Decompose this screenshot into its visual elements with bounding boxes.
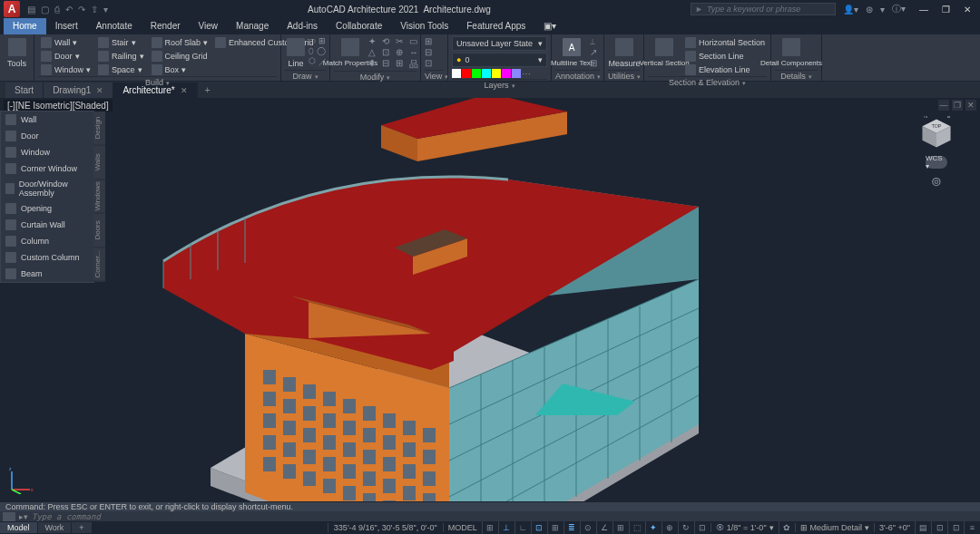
- minimize-button[interactable]: —: [915, 3, 933, 15]
- palette-tab[interactable]: Corner...: [93, 248, 105, 282]
- panel-label-details[interactable]: Details: [775, 70, 818, 81]
- match-properties-button[interactable]: Match Properties: [334, 36, 367, 69]
- palette-item-beam[interactable]: Beam: [1, 266, 93, 282]
- railing-button[interactable]: Railing ▾: [95, 50, 147, 63]
- qs-toggle-icon[interactable]: ⬚: [629, 521, 645, 534]
- palette-item-column[interactable]: Column: [1, 233, 93, 249]
- layer-color-swatch[interactable]: [482, 69, 491, 78]
- modify-tool-icon[interactable]: △: [368, 47, 381, 57]
- close-button[interactable]: ✕: [958, 3, 976, 15]
- panel-label-inquiry[interactable]: Utilities: [608, 70, 640, 81]
- palette-item-wall[interactable]: Wall: [1, 112, 93, 128]
- drawing-viewport[interactable]: [-][NE Isometric][Shaded] — ❐ ✕: [0, 98, 980, 501]
- space-toggle[interactable]: MODEL: [443, 523, 482, 532]
- panel-label-layers[interactable]: Layers: [452, 79, 547, 90]
- ribbon-themes-icon[interactable]: ▣▾: [534, 18, 565, 34]
- transparency-toggle-icon[interactable]: ∠: [596, 521, 612, 534]
- tab-manage[interactable]: Manage: [227, 18, 278, 34]
- vertical-section-button[interactable]: Vertical Section: [648, 36, 681, 69]
- modify-tool-icon[interactable]: ⊕: [396, 47, 408, 57]
- tab-home[interactable]: Home: [4, 18, 46, 34]
- qat-undo-icon[interactable]: ↶: [65, 5, 73, 15]
- layer-color-swatch[interactable]: [472, 69, 481, 78]
- panel-label-modify[interactable]: Modify: [334, 71, 416, 82]
- palette-item-window[interactable]: Window: [1, 144, 93, 160]
- draw-tool-icon[interactable]: ⊞: [318, 36, 326, 46]
- sc-toggle-icon[interactable]: ⊞: [612, 521, 629, 534]
- 3dosnap-toggle-icon[interactable]: ⊡: [694, 521, 710, 534]
- draw-tool-icon[interactable]: ⬡: [309, 56, 316, 68]
- iso-icon[interactable]: ⊡: [947, 521, 964, 534]
- panel-label-build[interactable]: Build: [38, 76, 277, 87]
- tool-palette[interactable]: TOOL PALETTES - DESIGN Wall Door Window …: [0, 111, 94, 283]
- palette-tab[interactable]: Walls: [93, 146, 105, 180]
- panel-label-draw[interactable]: Draw: [285, 70, 326, 81]
- qat-new-icon[interactable]: ▤: [27, 5, 35, 15]
- ortho-toggle-icon[interactable]: ∟: [514, 521, 531, 534]
- annot-tool-icon[interactable]: ⟂: [590, 36, 597, 46]
- qat-share-icon[interactable]: ⇪: [91, 5, 98, 15]
- tab-view[interactable]: View: [190, 18, 228, 34]
- window-button[interactable]: Window ▾: [38, 63, 93, 76]
- draw-tool-icon[interactable]: ⬯: [309, 46, 314, 56]
- viewcube[interactable]: TOP N E: [916, 116, 956, 150]
- layer-dropdown[interactable]: ●0▾: [452, 53, 547, 67]
- close-tab-icon[interactable]: ✕: [181, 86, 188, 95]
- view-tool-icon[interactable]: ⊟: [425, 47, 432, 57]
- close-tab-icon[interactable]: ✕: [96, 86, 103, 95]
- wcs-dropdown[interactable]: WCS ▾: [926, 156, 947, 169]
- elevation-readout[interactable]: 3'-6" +0": [874, 523, 915, 532]
- layer-state-dropdown[interactable]: Unsaved Layer State▾: [452, 36, 547, 51]
- palette-tab[interactable]: Doors: [93, 214, 105, 248]
- modify-tool-icon[interactable]: ⊟: [382, 58, 395, 71]
- panel-label-view[interactable]: View: [425, 70, 444, 81]
- palette-item-curtain-wall[interactable]: Curtain Wall: [1, 217, 93, 233]
- help-search[interactable]: ► Type a keyword or phrase: [691, 3, 836, 15]
- panel-label-annotation[interactable]: Annotation: [555, 70, 600, 81]
- modify-tool-icon[interactable]: ↔: [409, 47, 422, 57]
- info-icon[interactable]: ⓘ▾: [892, 3, 906, 15]
- detail-components-button[interactable]: Detail Components: [775, 36, 808, 69]
- maximize-button[interactable]: ❐: [936, 3, 955, 15]
- nav-steering-icon[interactable]: ⊚: [931, 174, 942, 189]
- help-icon[interactable]: ▾: [880, 5, 885, 15]
- measure-button[interactable]: Measure: [608, 36, 641, 70]
- palette-tab[interactable]: Design: [93, 112, 105, 146]
- layer-color-swatch[interactable]: [452, 69, 461, 78]
- a360-icon[interactable]: ⊛: [866, 5, 873, 15]
- layer-more-icon[interactable]: ⋯: [522, 69, 531, 79]
- layout-work[interactable]: Work: [38, 522, 73, 533]
- customize-icon[interactable]: ≡: [964, 521, 980, 534]
- palette-item-dwa[interactable]: Door/Window Assembly: [1, 177, 93, 200]
- space-button[interactable]: Space ▾: [95, 63, 147, 76]
- modify-tool-icon[interactable]: ⬍: [368, 58, 381, 71]
- grid-toggle-icon[interactable]: ⊞: [482, 521, 498, 534]
- anno-scale-dropdown[interactable]: ⦿1/8" = 1'-0"▾: [710, 523, 779, 532]
- tab-render[interactable]: Render: [142, 18, 190, 34]
- qat-redo-icon[interactable]: ↷: [78, 5, 85, 15]
- detail-level-dropdown[interactable]: ⊞Medium Detail▾: [795, 523, 875, 532]
- lwt-toggle-icon[interactable]: ⊙: [580, 521, 596, 534]
- modify-tool-icon[interactable]: ⟲: [382, 36, 395, 46]
- tab-insert[interactable]: Insert: [46, 18, 87, 34]
- workspace-gear-icon[interactable]: ✿: [779, 521, 795, 534]
- modify-tool-icon[interactable]: 品: [409, 58, 422, 71]
- box-button[interactable]: Box ▾: [149, 63, 211, 76]
- roofslab-button[interactable]: Roof Slab ▾: [149, 36, 211, 49]
- ws-switch-icon[interactable]: ▤: [915, 521, 931, 534]
- modify-tool-icon[interactable]: ⊡: [382, 47, 395, 57]
- palette-item-door[interactable]: Door: [1, 128, 93, 144]
- palette-tab[interactable]: Windows: [93, 180, 105, 214]
- tab-vision-tools[interactable]: Vision Tools: [391, 18, 457, 34]
- app-logo[interactable]: A: [4, 1, 20, 17]
- layout-model[interactable]: Model: [0, 522, 38, 533]
- osnap-toggle-icon[interactable]: ⊞: [547, 521, 564, 534]
- elevline-button[interactable]: Elevation Line: [682, 63, 768, 76]
- sectionline-button[interactable]: Section Line: [682, 50, 768, 63]
- command-input[interactable]: [32, 512, 977, 521]
- layer-color-swatch[interactable]: [502, 69, 511, 78]
- hsection-button[interactable]: Horizontal Section: [682, 36, 768, 49]
- qat-open-icon[interactable]: ▢: [41, 5, 49, 15]
- modify-tool-icon[interactable]: ✦: [368, 36, 381, 46]
- line-button[interactable]: Line: [285, 36, 307, 70]
